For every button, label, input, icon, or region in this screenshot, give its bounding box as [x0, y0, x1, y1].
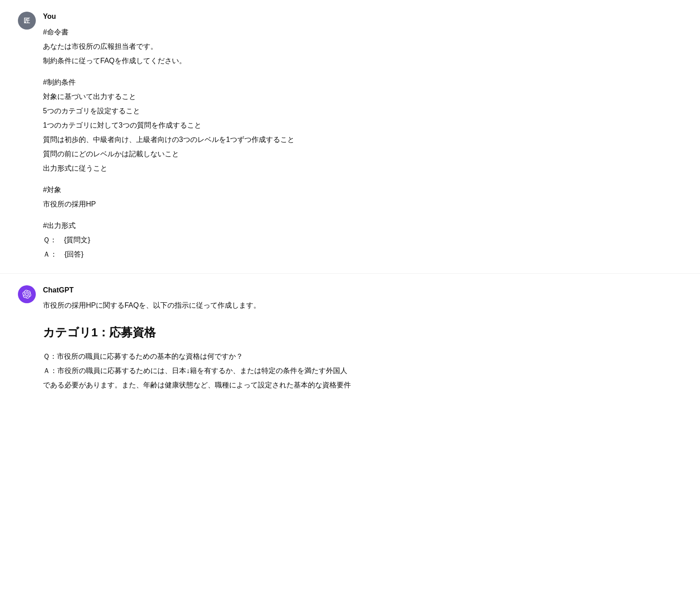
line-8: 質問は初歩的、中級者向け、上級者向けの3つのレベルを1つずつ作成すること: [43, 133, 670, 146]
user-message-block: 匠 You #命令書 あなたは市役所の広報担当者です。 制約条件に従ってFAQを…: [0, 0, 700, 273]
a1-continued: である必要があります。また、年齢は健康状態など、職種によって設定された基本的な資…: [43, 379, 670, 391]
line-15: Ａ： {回答}: [43, 248, 670, 261]
line-2: あなたは市役所の広報担当者です。: [43, 40, 670, 53]
gpt-avatar: [18, 285, 36, 303]
scroll-indicator: ↓: [186, 367, 190, 374]
spacer-2: [43, 176, 670, 184]
spacer-1: [43, 69, 670, 76]
assistant-message-text: 市役所の採用HPに関するFAQを、以下の指示に従って作成します。 カテゴリ1：応…: [43, 299, 670, 391]
line-12: 市役所の採用HP: [43, 198, 670, 210]
chat-container: 匠 You #命令書 あなたは市役所の広報担当者です。 制約条件に従ってFAQを…: [0, 0, 700, 404]
line-11: #対象: [43, 184, 670, 196]
line-9: 質問の前にどのレベルかは記載しないこと: [43, 148, 670, 160]
assistant-intro: 市役所の採用HPに関するFAQを、以下の指示に従って作成します。: [43, 299, 670, 312]
category1-heading: カテゴリ1：応募資格: [43, 322, 670, 343]
line-5: 対象に基づいて出力すること: [43, 90, 670, 103]
chatgpt-icon: [22, 290, 31, 299]
line-4: #制約条件: [43, 76, 670, 89]
assistant-message-content: ChatGPT 市役所の採用HPに関するFAQを、以下の指示に従って作成します。…: [43, 284, 670, 393]
spacer-3: [43, 212, 670, 219]
user-message-text: #命令書 あなたは市役所の広報担当者です。 制約条件に従ってFAQを作成してくだ…: [43, 26, 670, 261]
line-13: #出力形式: [43, 219, 670, 232]
q1: Ｑ：市役所の職員に応募するための基本的な資格は何ですか？: [43, 350, 670, 363]
assistant-message-block: ChatGPT 市役所の採用HPに関するFAQを、以下の指示に従って作成します。…: [0, 273, 700, 404]
user-avatar: 匠: [18, 12, 36, 30]
user-name: You: [43, 11, 670, 22]
user-avatar-label: 匠: [24, 16, 30, 26]
line-14: Ｑ： {質問文}: [43, 234, 670, 246]
assistant-name: ChatGPT: [43, 284, 670, 296]
line-1: #命令書: [43, 26, 670, 39]
line-6: 5つのカテゴリを設定すること: [43, 105, 670, 117]
line-7: 1つのカテゴリに対して3つの質問を作成すること: [43, 119, 670, 132]
line-3: 制約条件に従ってFAQを作成してください。: [43, 55, 670, 67]
a1: Ａ：市役所の職員に応募するためには、日本↓籍を有するか、または特定の条件を満たす…: [43, 365, 670, 377]
line-10: 出力形式に従うこと: [43, 162, 670, 175]
user-message-content: You #命令書 あなたは市役所の広報担当者です。 制約条件に従ってFAQを作成…: [43, 11, 670, 262]
